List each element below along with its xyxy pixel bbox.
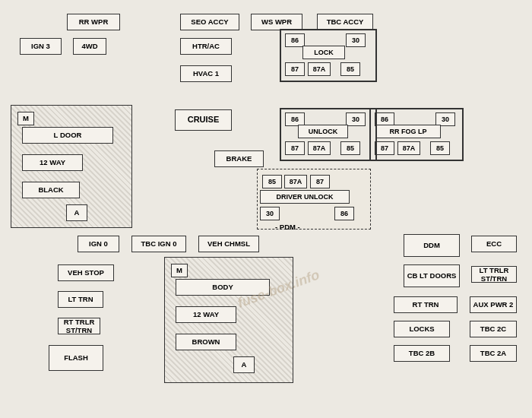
ign3-box: IGN 3 [20,38,62,55]
tbc-2b-box: TBC 2B [394,345,450,362]
ign0-box: IGN 0 [78,236,119,252]
rt-trn-box: LT TRLR ST/TRN [471,266,517,283]
seo-accy-box: SEO ACCY [180,14,239,30]
s87-du: 87 [310,175,330,188]
locks-box: AUX PWR 2 [470,296,517,313]
tbc-2c-box: LOCKS [394,321,450,337]
lock-group [280,29,377,82]
driver-unlock-box: DRIVER UNLOCK [260,190,350,204]
unlock-group [280,108,377,161]
cb-lt-doors-box: FLASH [49,345,103,371]
tbc-ign0-box: TBC IGN 0 [131,236,186,252]
ldoor-box: L DOOR [22,127,113,144]
black-box: BLACK [22,182,80,198]
brake-box: BRAKE [214,150,264,167]
tbc-2a-box: TBC 2A [470,345,517,362]
cruise-box: CRUISE [175,109,232,131]
a-label: A [66,204,87,221]
m-label: M [17,112,34,125]
body-box: BODY [176,279,270,296]
rr-wpr-box: RR WPR [67,14,120,30]
rt-trlr-box: CB LT DOORS [404,264,460,287]
a-body-label: A [233,356,255,373]
brown-box: BROWN [176,334,236,350]
ws-wpr-box: WS WPR [251,14,302,30]
veh-stop-box: VEH STOP [58,264,114,281]
flash-box: TBC 2C [470,321,517,337]
ddm-box: LT TRN [58,291,103,308]
pdm-label: - PDM - [275,223,300,231]
body-group: M BODY 12 WAY BROWN A [164,257,293,383]
12way-box: 12 WAY [22,154,83,171]
ldoor-group: M L DOOR 12 WAY BLACK A [11,105,132,228]
ecc-box: RT TRLR ST/TRN [58,318,100,334]
lt-trn-box: ECC [471,236,517,252]
s87a-du: 87A [284,175,307,188]
12way-body-box: 12 WAY [176,306,236,323]
aux-pwr2-box: RT TRN [394,296,458,313]
lt-trlr-box: DDM [404,234,460,257]
rr-fog-group [369,108,464,161]
m-body-label: M [171,264,188,277]
s30-du: 30 [260,207,280,220]
s86-du: 86 [334,207,354,220]
s85-du: 85 [262,175,282,188]
tbc-accy-box: TBC ACCY [317,14,373,30]
htr-ac-box: HTR/AC [180,38,232,55]
hvac1-box: HVAC 1 [180,65,232,82]
veh-chmsl-box: VEH CHMSL [198,236,259,252]
fuse-diagram: fuse-box.info RR WPR SEO ACCY WS WPR TBC… [0,0,532,418]
4wd-box: 4WD [73,38,106,55]
